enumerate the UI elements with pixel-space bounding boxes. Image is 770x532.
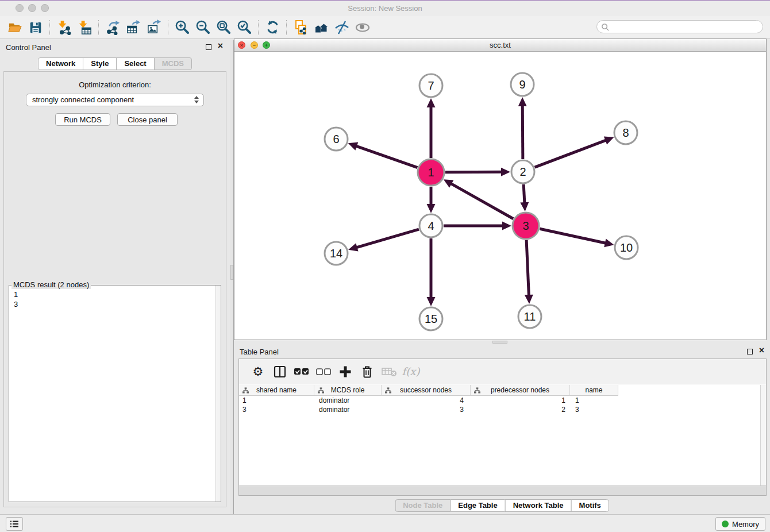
attribute-tree-icon [318, 387, 324, 394]
main-toolbar [0, 16, 770, 39]
table-cell: 3 [382, 405, 471, 414]
search-input[interactable] [612, 21, 758, 32]
deselect-all-button[interactable] [313, 361, 334, 382]
network-window-titlebar[interactable]: × − + scc.txt [234, 39, 766, 52]
edge-3-11[interactable] [526, 240, 529, 298]
export-image-button[interactable] [144, 18, 164, 37]
criterion-dropdown[interactable]: strongly connected component [26, 94, 204, 106]
tab-motifs[interactable]: Motifs [571, 499, 609, 512]
network-canvas[interactable]: 7968124314101511 [234, 52, 766, 340]
node-label: 2 [519, 165, 526, 178]
zoom-out-button[interactable] [192, 18, 213, 37]
search-field[interactable] [596, 20, 763, 33]
edge-1-6[interactable] [353, 145, 417, 168]
column-header-name[interactable]: name [570, 385, 618, 396]
function-builder-button[interactable]: f(x) [400, 361, 422, 382]
edge-1-2[interactable] [445, 172, 505, 172]
splitter-grip[interactable] [230, 265, 233, 280]
edge-4-14[interactable] [354, 229, 419, 248]
tab-network-table[interactable]: Network Table [505, 499, 572, 512]
memory-button[interactable]: Memory [715, 517, 765, 531]
export-table-button[interactable] [123, 18, 144, 37]
horizontal-splitter[interactable] [234, 340, 770, 344]
zoom-fit-button[interactable] [213, 18, 234, 37]
table-cell: dominator [314, 396, 382, 405]
mcds-result-line: 1 [14, 290, 215, 299]
fx-icon: f(x) [402, 365, 420, 377]
dropdown-stepper-icon [194, 96, 200, 105]
open-folder-icon [7, 20, 23, 35]
table-header-row: shared nameMCDS rolesuccessor nodesprede… [239, 385, 760, 396]
tab-edge-table[interactable]: Edge Table [450, 499, 505, 512]
zoom-selected-button[interactable] [234, 18, 255, 37]
refresh-icon [265, 20, 280, 35]
network-window-title: scc.txt [234, 41, 766, 49]
edge-3-10[interactable] [540, 229, 608, 244]
optimization-criterion-label: Optimization criterion: [4, 80, 226, 89]
import-table-button[interactable] [74, 18, 95, 37]
new-network-from-selection-button[interactable] [290, 18, 311, 37]
mcds-result-fieldset: MCDS result (2 nodes) 13 [9, 285, 221, 502]
tab-network[interactable]: Network [38, 57, 83, 70]
mac-titlebar: Session: New Session [0, 1, 770, 16]
float-panel-icon[interactable] [206, 44, 211, 50]
delete-table-button[interactable] [378, 361, 400, 382]
eye-icon [355, 20, 371, 36]
arrowhead-icon [501, 168, 510, 176]
table-row[interactable]: 3dominator323 [239, 405, 760, 414]
show-all-button[interactable] [352, 18, 373, 37]
select-all-button[interactable] [291, 361, 313, 382]
export-table-icon [126, 20, 141, 35]
table-cell: 1 [239, 396, 314, 405]
save-session-button[interactable] [25, 18, 46, 37]
splitter-grip[interactable] [492, 341, 507, 344]
node-table: shared nameMCDS rolesuccessor nodesprede… [239, 385, 760, 485]
close-panel-icon[interactable]: × [759, 345, 764, 356]
delete-column-button[interactable] [356, 361, 378, 382]
table-vertical-scrollbar[interactable] [760, 385, 766, 485]
column-header-successor-nodes[interactable]: successor nodes [382, 385, 471, 396]
tab-style[interactable]: Style [83, 57, 117, 70]
node-label: 1 [428, 166, 434, 179]
refresh-button[interactable] [262, 18, 283, 37]
open-file-button[interactable] [5, 18, 25, 37]
mcds-result-list[interactable]: 13 [10, 287, 215, 501]
table-horizontal-scrollbar[interactable] [239, 485, 766, 495]
table-row[interactable]: 1dominator411 [239, 396, 760, 405]
tab-mcds[interactable]: MCDS [154, 57, 192, 70]
close-panel-button[interactable]: Close panel [117, 113, 178, 126]
control-panel-tabs: NetworkStyleSelectMCDS [0, 57, 230, 70]
import-network-button[interactable] [53, 18, 74, 37]
settings-gear-button[interactable]: ⚙ [247, 361, 269, 382]
column-header-predecessor-nodes[interactable]: predecessor nodes [471, 385, 570, 396]
attribute-tree-icon [385, 387, 391, 394]
toolbar-separator [286, 20, 287, 35]
edge-2-8[interactable] [535, 139, 609, 167]
vertical-splitter[interactable] [230, 40, 234, 514]
first-neighbors-button[interactable] [311, 18, 332, 37]
tab-select[interactable]: Select [116, 57, 154, 70]
attribute-tree-icon [474, 387, 480, 394]
table-cell: 3 [570, 405, 618, 414]
edge-2-9[interactable] [522, 103, 523, 159]
float-panel-icon[interactable] [747, 349, 753, 354]
table-panel-title: Table Panel [240, 348, 279, 356]
add-column-button[interactable] [334, 361, 356, 382]
table-cell: 1 [570, 396, 618, 405]
column-header-MCDS-role[interactable]: MCDS role [314, 385, 382, 396]
zoom-in-button[interactable] [172, 18, 192, 37]
close-panel-icon[interactable]: × [218, 41, 223, 51]
tab-node-table[interactable]: Node Table [395, 499, 451, 512]
table-toolbar: ⚙ f(x) [239, 359, 766, 384]
show-hide-columns-button[interactable] [269, 361, 291, 382]
export-image-icon [147, 20, 162, 35]
import-network-icon [56, 20, 72, 35]
export-network-button[interactable] [102, 18, 123, 37]
column-header-shared-name[interactable]: shared name [239, 385, 314, 396]
result-scrollbar[interactable] [215, 286, 221, 502]
run-mcds-button[interactable]: Run MCDS [55, 113, 110, 126]
hide-selected-button[interactable] [332, 18, 352, 37]
task-history-button[interactable] [6, 517, 23, 531]
node-label: 4 [428, 219, 434, 232]
edge-3-1[interactable] [448, 182, 513, 219]
